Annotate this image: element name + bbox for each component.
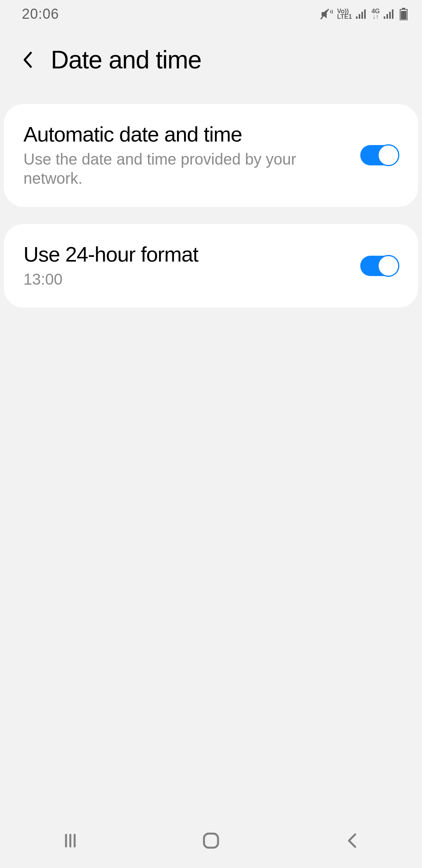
recent-apps-button[interactable] <box>47 829 94 852</box>
chevron-left-icon <box>346 832 358 849</box>
svg-rect-5 <box>384 16 385 19</box>
setting-text: Automatic date and time Use the date and… <box>23 123 349 188</box>
navigation-bar <box>0 813 422 868</box>
signal-strength-1-icon <box>356 9 368 19</box>
battery-icon <box>399 8 408 20</box>
toggle-automatic-date-time[interactable] <box>360 145 399 165</box>
mute-vibrate-icon <box>320 8 333 20</box>
status-bar: 20:06 Vo))LTE1 4G↓↑ <box>0 0 422 28</box>
setting-subtitle: Use the date and time provided by your n… <box>23 150 349 188</box>
svg-rect-7 <box>389 12 391 19</box>
mobile-data-icon: 4G↓↑ <box>372 9 380 20</box>
svg-rect-3 <box>361 12 363 19</box>
signal-strength-2-icon <box>384 9 395 19</box>
toggle-24-hour-format[interactable] <box>360 256 399 276</box>
setting-title: Use 24-hour format <box>23 243 349 266</box>
setting-subtitle: 13:00 <box>23 270 349 289</box>
nav-back-button[interactable] <box>328 829 375 852</box>
page-title: Date and time <box>51 45 201 74</box>
toggle-knob <box>377 144 399 166</box>
page-header: Date and time <box>0 28 422 104</box>
svg-rect-6 <box>386 14 388 19</box>
status-icons: Vo))LTE1 4G↓↑ <box>320 8 408 20</box>
setting-24-hour-format[interactable]: Use 24-hour format 13:00 <box>4 224 418 308</box>
svg-rect-1 <box>356 16 358 19</box>
chevron-left-icon <box>22 51 32 68</box>
svg-rect-8 <box>392 9 393 19</box>
volte-icon: Vo))LTE1 <box>337 9 352 20</box>
setting-text: Use 24-hour format 13:00 <box>23 243 349 289</box>
svg-rect-2 <box>359 14 360 19</box>
toggle-knob <box>377 255 399 277</box>
status-time: 20:06 <box>22 6 59 22</box>
home-icon <box>202 831 220 850</box>
setting-automatic-date-time[interactable]: Automatic date and time Use the date and… <box>4 104 418 207</box>
svg-rect-4 <box>364 9 366 19</box>
svg-rect-11 <box>401 11 406 20</box>
setting-title: Automatic date and time <box>23 123 349 146</box>
back-button[interactable] <box>20 49 35 71</box>
svg-rect-15 <box>204 834 218 848</box>
home-button[interactable] <box>188 829 234 852</box>
recent-apps-icon <box>62 832 79 849</box>
